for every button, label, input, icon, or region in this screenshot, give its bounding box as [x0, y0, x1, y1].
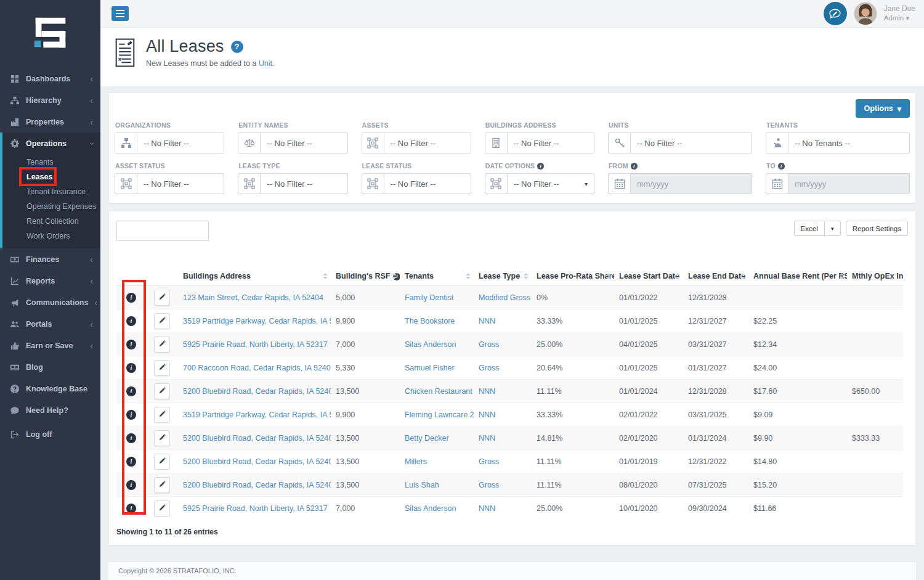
from-date-input[interactable]: [631, 174, 752, 194]
sidebar-toggle-button[interactable]: [111, 6, 129, 21]
cell-address-link[interactable]: 5200 Bluebird Road, Cedar Rapids, IA 524…: [183, 457, 331, 466]
row-info-button[interactable]: i: [126, 410, 136, 420]
sidebar-item-operations[interactable]: Operations ‹: [2, 133, 100, 155]
row-info-button[interactable]: i: [126, 386, 136, 396]
cell-address-link[interactable]: 5200 Bluebird Road, Cedar Rapids, IA 524…: [183, 434, 331, 443]
column-buildings-rsf[interactable]: Building's RSFi: [331, 267, 400, 286]
cell-type-link[interactable]: NNN: [479, 387, 495, 396]
row-info-button[interactable]: i: [126, 293, 136, 303]
column-mthly-opex-inc[interactable]: Mthly OpEx Inc: [847, 267, 903, 286]
sidebar-item-tenants[interactable]: Tenants: [2, 155, 100, 170]
cell-tenant-link[interactable]: Silas Anderson: [405, 340, 456, 349]
row-edit-button[interactable]: [154, 337, 170, 353]
report-settings-button[interactable]: Report Settings: [846, 221, 908, 236]
cell-address-link[interactable]: 700 Raccoon Road, Cedar Rapids, IA 52401: [183, 364, 331, 372]
cell-address-link[interactable]: 3519 Partridge Parkway, Cedar Rapids, IA…: [183, 410, 331, 419]
cell-address-link[interactable]: 5200 Bluebird Road, Cedar Rapids, IA 524…: [183, 387, 331, 396]
sidebar-item-communications[interactable]: Communications ‹: [0, 292, 100, 313]
unit-link[interactable]: Unit: [259, 59, 272, 68]
feedback-chat-button[interactable]: [824, 2, 847, 25]
filter-entity-names-select[interactable]: -- No Filter --: [238, 133, 347, 153]
cell-tenant-link[interactable]: Millers: [405, 457, 427, 466]
cell-address-link[interactable]: 5925 Prairie Road, North Liberty, IA 523…: [183, 504, 328, 513]
sidebar-item-earn-or-save[interactable]: Earn or Save ‹: [0, 335, 100, 356]
sidebar-item-need-help[interactable]: Need Help?: [0, 399, 100, 421]
sort-icon[interactable]: [606, 273, 611, 279]
column-lease-end-date[interactable]: Lease End Date: [683, 267, 748, 286]
table-search-input[interactable]: [116, 221, 209, 241]
sort-icon[interactable]: [675, 273, 680, 279]
row-edit-button[interactable]: [154, 360, 170, 376]
row-edit-button[interactable]: [154, 407, 170, 423]
sidebar-item-work-orders[interactable]: Work Orders: [2, 229, 100, 243]
cell-address-link[interactable]: 5925 Prairie Road, North Liberty, IA 523…: [183, 340, 328, 349]
column-tenants[interactable]: Tenants: [400, 267, 474, 286]
row-edit-button[interactable]: [154, 383, 170, 399]
excel-dropdown-button[interactable]: ▾: [825, 221, 841, 236]
row-info-button[interactable]: i: [126, 433, 136, 443]
cell-tenant-link[interactable]: Luis Shah: [405, 481, 439, 489]
sidebar-item-tenant-insurance[interactable]: Tenant Insurance: [2, 184, 100, 199]
row-edit-button[interactable]: [154, 430, 170, 446]
row-edit-button[interactable]: [154, 454, 170, 470]
row-info-button[interactable]: i: [126, 480, 136, 490]
sidebar-item-operating-expenses[interactable]: Operating Expenses: [2, 199, 100, 214]
row-info-button[interactable]: i: [126, 504, 136, 513]
column-lease-type[interactable]: Lease Type: [474, 267, 532, 286]
cell-tenant-link[interactable]: Samuel Fisher: [405, 364, 455, 372]
filter-organizations-select[interactable]: -- No Filter --: [115, 133, 224, 153]
column-annual-base-rent[interactable]: Annual Base Rent (Per RSF): [748, 267, 847, 286]
filter-units-select[interactable]: -- No Filter --: [608, 133, 752, 153]
sidebar-item-dashboards[interactable]: Dashboards ‹: [0, 68, 100, 89]
user-avatar[interactable]: [854, 2, 877, 25]
cell-type-link[interactable]: Modified Gross: [479, 293, 530, 302]
sort-icon[interactable]: [839, 273, 844, 279]
row-info-button[interactable]: i: [126, 363, 136, 373]
filter-buildings-address-select[interactable]: -- No Filter --: [485, 133, 594, 153]
cell-tenant-link[interactable]: Betty Decker: [405, 434, 449, 443]
cell-type-link[interactable]: Gross: [479, 457, 499, 466]
sidebar-item-portals[interactable]: Portals ‹: [0, 313, 100, 335]
cell-type-link[interactable]: NNN: [479, 504, 495, 513]
sidebar-item-properties[interactable]: Properties ‹: [0, 111, 100, 133]
cell-tenant-link[interactable]: Family Dentist: [405, 293, 453, 302]
sidebar-item-finances[interactable]: Finances ‹: [0, 248, 100, 270]
sidebar-item-blog[interactable]: Blog: [0, 356, 100, 378]
row-info-button[interactable]: i: [126, 316, 136, 326]
cell-type-link[interactable]: NNN: [479, 317, 495, 325]
filter-asset-status-select[interactable]: -- No Filter --: [115, 173, 224, 194]
cell-tenant-link[interactable]: Fleming Lawncare 2: [405, 410, 474, 419]
filter-date-options-select[interactable]: -- No Filter --▾: [485, 173, 594, 194]
sort-icon[interactable]: [323, 273, 328, 279]
cell-address-link[interactable]: 5200 Bluebird Road, Cedar Rapids, IA 524…: [183, 481, 331, 489]
sidebar-item-leases[interactable]: Leases: [2, 170, 100, 184]
filter-assets-select[interactable]: -- No Filter --: [362, 133, 471, 153]
excel-button[interactable]: Excel: [794, 221, 825, 236]
help-icon[interactable]: ?: [231, 41, 243, 53]
column-lease-start-date[interactable]: Lease Start Date: [614, 267, 683, 286]
sidebar-item-hierarchy[interactable]: Hierarchy ‹: [0, 89, 100, 111]
row-edit-button[interactable]: [154, 290, 170, 306]
cell-type-link[interactable]: Gross: [479, 364, 499, 372]
sort-icon[interactable]: [466, 273, 471, 279]
stratafolio-logo[interactable]: [0, 0, 100, 68]
sort-icon[interactable]: [524, 273, 529, 279]
cell-tenant-link[interactable]: The Bookstore: [405, 317, 455, 325]
cell-tenant-link[interactable]: Chicken Restaurant: [405, 387, 472, 396]
row-info-button[interactable]: i: [126, 457, 136, 467]
filter-lease-status-select[interactable]: -- No Filter --: [362, 173, 471, 194]
sidebar-item-reports[interactable]: Reports ‹: [0, 270, 100, 292]
filter-lease-type-select[interactable]: -- No Filter --: [238, 173, 347, 194]
filter-tenants-select[interactable]: -- No Tenants --: [766, 133, 910, 153]
user-menu[interactable]: Jane Doe Admin ▾: [884, 4, 915, 23]
to-date-input[interactable]: [788, 174, 909, 194]
row-edit-button[interactable]: [154, 313, 170, 329]
sidebar-item-log-off[interactable]: Log off: [0, 423, 100, 445]
row-edit-button[interactable]: [154, 477, 170, 493]
cell-type-link[interactable]: NNN: [479, 410, 495, 419]
row-edit-button[interactable]: [154, 500, 170, 517]
cell-type-link[interactable]: Gross: [479, 340, 499, 349]
sidebar-item-knowledge-base[interactable]: Knowledge Base: [0, 378, 100, 399]
cell-type-link[interactable]: Gross: [479, 481, 499, 489]
sort-icon[interactable]: [740, 273, 745, 279]
